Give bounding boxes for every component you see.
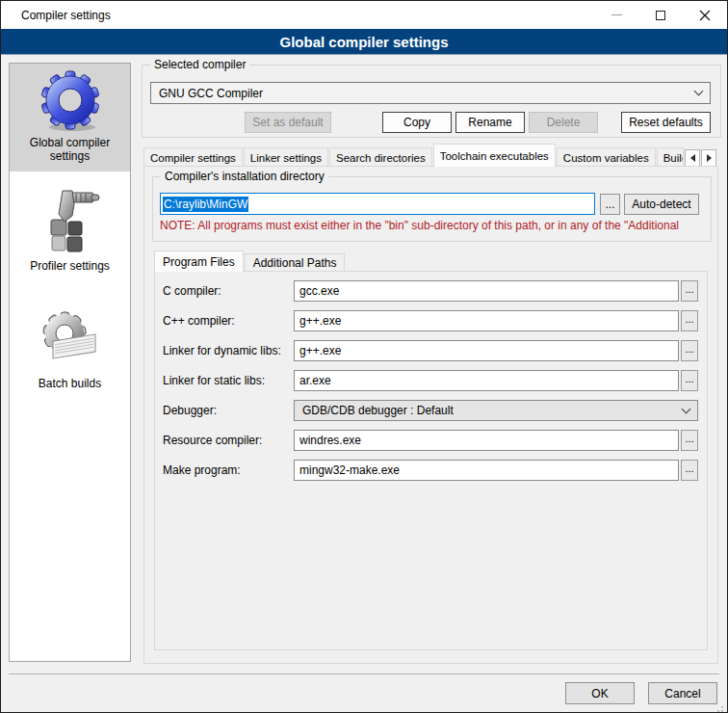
browse-button[interactable]: ... [681, 310, 698, 331]
left-arrow-icon [690, 154, 695, 162]
field-row-static-linker: Linker for static libs: ... [163, 370, 698, 391]
program-subtabs: Program Files Additional Paths [154, 251, 346, 272]
tab-search-directories[interactable]: Search directories [329, 147, 432, 167]
footer-divider [9, 673, 719, 674]
subtab-additional-paths[interactable]: Additional Paths [245, 253, 346, 272]
field-label: Linker for dynamic libs: [163, 344, 294, 357]
compiler-buttons-row: Set as default Copy Rename Delete Reset … [143, 112, 711, 133]
right-arrow-icon [707, 154, 712, 162]
browse-button[interactable]: ... [681, 430, 698, 451]
tab-scroll-arrows [685, 149, 716, 167]
minimize-button[interactable] [594, 1, 638, 29]
tab-compiler-settings[interactable]: Compiler settings [143, 147, 243, 167]
tab-toolchain-executables[interactable]: Toolchain executables [433, 144, 556, 167]
reset-defaults-button[interactable]: Reset defaults [621, 112, 711, 133]
toolchain-executables-panel: Compiler's installation directory C:\ray… [143, 166, 718, 664]
compiler-select[interactable]: GNU GCC Compiler [150, 82, 711, 104]
field-label: Linker for static libs: [163, 374, 294, 387]
settings-sidebar: Global compiler settings P [9, 63, 131, 662]
chevron-down-icon [682, 404, 691, 413]
tab-scroll-left-button[interactable] [685, 149, 700, 167]
tab-custom-variables[interactable]: Custom variables [557, 147, 656, 167]
installation-directory-input[interactable]: C:\raylib\MinGW [160, 193, 595, 215]
minimize-icon [611, 14, 622, 15]
make-program-input[interactable] [294, 460, 679, 481]
dialog-header-title: Global compiler settings [279, 34, 448, 50]
field-row-cpp-compiler: C++ compiler: ... [163, 310, 698, 331]
sidebar-item-global-compiler-settings[interactable]: Global compiler settings [10, 64, 130, 172]
titlebar: Compiler settings [1, 1, 727, 29]
debugger-select[interactable]: GDB/CDB debugger : Default [294, 400, 698, 421]
rename-button[interactable]: Rename [455, 112, 525, 133]
settings-tabs: Compiler settings Linker settings Search… [143, 144, 716, 167]
close-icon [699, 10, 711, 21]
sidebar-item-label: Batch builds [10, 374, 130, 399]
sidebar-item-label: Global compiler settings [10, 133, 130, 172]
sidebar-item-label: Profiler settings [10, 256, 130, 281]
field-row-resource-compiler: Resource compiler: ... [163, 430, 698, 451]
field-label: Make program: [163, 463, 294, 477]
browse-button[interactable]: ... [681, 280, 698, 302]
field-row-make-program: Make program: ... [163, 460, 698, 481]
tab-linker-settings[interactable]: Linker settings [244, 147, 328, 167]
debugger-select-value: GDB/CDB debugger : Default [302, 404, 683, 417]
static-linker-input[interactable] [294, 370, 679, 391]
c-compiler-input[interactable] [294, 280, 679, 302]
group-label: Selected compiler [150, 58, 249, 71]
bin-subdirectory-note: NOTE: All programs must exist either in … [160, 219, 709, 232]
installation-directory-group: Compiler's installation directory C:\ray… [152, 176, 712, 242]
selected-path-text: C:\raylib\MinGW [163, 197, 248, 212]
compiler-settings-dialog: Compiler settings Global compiler settin… [0, 0, 728, 713]
browse-button[interactable]: ... [681, 340, 698, 361]
maximize-button[interactable] [638, 1, 683, 29]
selected-compiler-group: Selected compiler GNU GCC Compiler Set a… [142, 65, 721, 138]
close-button[interactable] [683, 1, 727, 29]
program-files-panel: C compiler: ... C++ compiler: ... Linker… [154, 271, 708, 650]
installation-directory-row: C:\raylib\MinGW ... Auto-detect [160, 193, 699, 215]
cancel-button[interactable]: Cancel [648, 682, 717, 704]
dynamic-linker-input[interactable] [294, 340, 679, 361]
compiler-select-value: GNU GCC Compiler [159, 87, 695, 100]
chevron-down-icon [694, 87, 704, 96]
cpp-compiler-input[interactable] [294, 310, 679, 331]
subtab-program-files[interactable]: Program Files [154, 251, 244, 272]
field-row-dynamic-linker: Linker for dynamic libs: ... [163, 340, 698, 361]
caption-buttons [594, 1, 727, 29]
browse-directory-button[interactable]: ... [600, 194, 620, 215]
blue-gear-icon [39, 69, 101, 133]
group-label: Compiler's installation directory [161, 170, 328, 183]
set-as-default-button[interactable]: Set as default [245, 112, 331, 133]
maximize-icon [656, 11, 665, 20]
sidebar-item-profiler-settings[interactable]: Profiler settings [10, 181, 130, 281]
caliper-icon [39, 187, 101, 256]
resource-compiler-input[interactable] [294, 430, 679, 451]
gray-gear-stack-icon [39, 308, 101, 374]
browse-button[interactable]: ... [681, 370, 698, 391]
field-row-c-compiler: C compiler: ... [163, 280, 698, 302]
field-label: Resource compiler: [163, 434, 294, 447]
tab-build-options[interactable]: Build options [657, 147, 684, 167]
copy-button[interactable]: Copy [382, 112, 452, 133]
auto-detect-button[interactable]: Auto-detect [624, 194, 699, 215]
delete-button[interactable]: Delete [529, 112, 598, 133]
dialog-header: Global compiler settings [1, 29, 727, 55]
window-title: Compiler settings [21, 9, 111, 22]
field-label: C++ compiler: [163, 314, 294, 328]
browse-button[interactable]: ... [681, 460, 698, 481]
sidebar-item-batch-builds[interactable]: Batch builds [10, 303, 130, 399]
field-label: C compiler: [163, 284, 294, 298]
field-label: Debugger: [163, 404, 294, 417]
resize-grip[interactable] [721, 706, 723, 708]
ok-button[interactable]: OK [565, 682, 635, 704]
tab-scroll-right-button[interactable] [701, 149, 716, 167]
field-row-debugger: Debugger: GDB/CDB debugger : Default [163, 400, 698, 421]
